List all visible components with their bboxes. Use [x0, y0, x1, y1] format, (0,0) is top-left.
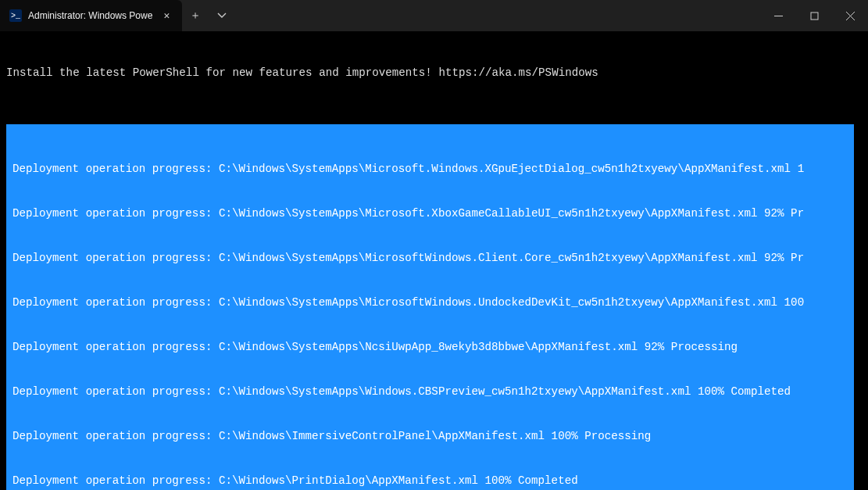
titlebar: >_ Administrator: Windows Powe ✕ ＋ — [0, 0, 868, 31]
progress-line: Deployment operation progress: C:\Window… — [13, 384, 849, 399]
progress-line: Deployment operation progress: C:\Window… — [13, 206, 849, 221]
progress-line: Deployment operation progress: C:\Window… — [13, 295, 849, 310]
progress-line: Deployment operation progress: C:\Window… — [13, 162, 849, 177]
minimize-button[interactable] — [760, 0, 796, 31]
progress-line: Deployment operation progress: C:\Window… — [13, 340, 849, 355]
terminal-output[interactable]: Install the latest PowerShell for new fe… — [0, 31, 868, 490]
svg-rect-1 — [811, 13, 818, 20]
progress-line: Deployment operation progress: C:\Window… — [13, 429, 849, 444]
tab-powershell[interactable]: >_ Administrator: Windows Powe ✕ — [0, 0, 182, 31]
deployment-progress-block: Deployment operation progress: C:\Window… — [6, 124, 854, 490]
close-window-button[interactable] — [832, 0, 868, 31]
powershell-icon: >_ — [9, 9, 22, 22]
new-tab-button[interactable]: ＋ — [182, 0, 209, 31]
close-tab-icon[interactable]: ✕ — [159, 8, 174, 23]
titlebar-drag-area[interactable] — [235, 0, 760, 31]
progress-line: Deployment operation progress: C:\Window… — [13, 251, 849, 266]
tab-dropdown-button[interactable] — [209, 0, 235, 31]
progress-line: Deployment operation progress: C:\Window… — [13, 474, 849, 488]
intro-line: Install the latest PowerShell for new fe… — [6, 66, 862, 80]
tab-title: Administrator: Windows Powe — [28, 10, 152, 21]
maximize-button[interactable] — [796, 0, 832, 31]
